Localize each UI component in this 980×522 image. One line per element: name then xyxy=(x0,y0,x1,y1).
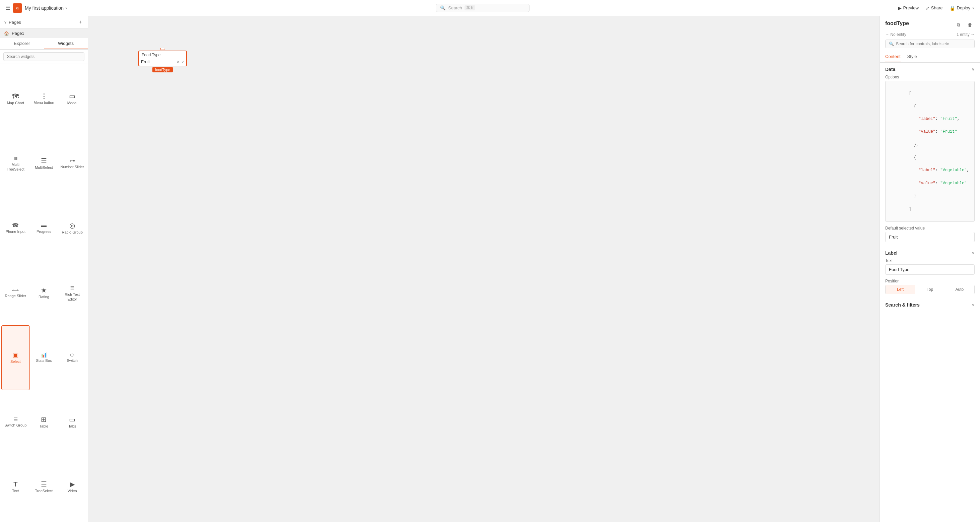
widget-item-map-chart[interactable]: 🗺 Map Chart xyxy=(2,67,30,131)
hamburger-icon[interactable]: ☰ xyxy=(5,5,10,11)
widget-search-container xyxy=(0,49,88,64)
label-text-label: Text xyxy=(885,258,975,263)
select-icon: ▣ xyxy=(13,352,19,358)
panel-search-filters-section: Search & filters ∨ xyxy=(880,298,980,310)
widget-item-switch[interactable]: ⬭ Switch xyxy=(58,325,86,390)
pages-header: ∨ Pages + xyxy=(0,16,88,29)
preview-button[interactable]: ▶ Preview xyxy=(898,5,919,11)
widget-item-video[interactable]: ▶ Video xyxy=(58,455,86,519)
widget-item-rating[interactable]: ★ Rating xyxy=(30,261,58,325)
search-filters-chevron: ∨ xyxy=(972,302,975,307)
share-button[interactable]: ⤢ Share xyxy=(925,5,943,11)
label-section-chevron: ∨ xyxy=(972,251,975,255)
search-filters-section-header[interactable]: Search & filters ∨ xyxy=(885,298,975,310)
app-name[interactable]: My first application ∨ xyxy=(25,5,68,11)
select-widget-input[interactable]: Fruit ✕ ∨ xyxy=(139,58,186,66)
widget-item-tabs[interactable]: ▭ Tabs xyxy=(58,390,86,455)
sidebar-tabs: Explorer Widgets xyxy=(0,38,88,49)
panel-search[interactable]: 🔍 xyxy=(885,40,975,48)
widget-name-badge: foodType xyxy=(153,67,173,72)
multi-treeselect-icon: ≋ xyxy=(13,156,18,161)
widget-item-menu-button[interactable]: ⋮ Menu button xyxy=(30,67,58,131)
panel-title: foodType xyxy=(885,21,909,27)
select-widget-label: Food Type xyxy=(139,51,186,58)
deploy-chevron-icon: ∨ xyxy=(972,6,975,10)
label-text-input[interactable] xyxy=(885,264,975,275)
search-shortcut: ⌘ K xyxy=(465,5,475,10)
stats-box-icon: 📊 xyxy=(41,352,47,357)
copy-button[interactable]: ⧉ xyxy=(954,20,963,29)
select-dropdown-icon[interactable]: ∨ xyxy=(181,60,184,64)
treeselect-icon: ☰ xyxy=(41,481,47,487)
label-section-header[interactable]: Label ∨ xyxy=(885,246,975,258)
deploy-button[interactable]: 🔒 Deploy ∨ xyxy=(950,5,975,11)
widget-item-multiselect[interactable]: ☰ MultiSelect xyxy=(30,131,58,196)
topbar: ☰ a My first application ∨ 🔍 Search ⌘ K … xyxy=(0,0,980,16)
widget-item-progress[interactable]: ▬ Progress xyxy=(30,196,58,261)
canvas-widget[interactable]: Food Type Fruit ✕ ∨ foodType xyxy=(138,48,187,72)
tab-explorer[interactable]: Explorer xyxy=(0,38,44,49)
chevron-down-icon: ∨ xyxy=(65,6,68,10)
app-logo: a xyxy=(13,3,22,13)
page1-item[interactable]: 🏠 Page1 xyxy=(0,29,88,38)
topbar-left: ☰ a My first application ∨ xyxy=(5,3,68,13)
options-code-block[interactable]: [ { "label": "Fruit", "value": "Fruit" }… xyxy=(885,81,975,222)
pages-title[interactable]: ∨ Pages xyxy=(4,20,21,25)
panel-search-input[interactable] xyxy=(896,41,971,46)
main: ∨ Pages + 🏠 Page1 Explorer Widgets 🗺 Map… xyxy=(0,16,980,522)
widget-top-handle xyxy=(138,48,187,51)
widget-item-treeselect[interactable]: ☰ TreeSelect xyxy=(30,455,58,519)
options-label: Options xyxy=(885,75,975,80)
default-value-label: Default selected value xyxy=(885,226,975,231)
widget-item-select[interactable]: ▣ Select xyxy=(2,325,30,390)
panel-entity-row: → No entity 1 entity → xyxy=(885,32,975,37)
tabs-icon: ▭ xyxy=(69,416,75,423)
select-current-value: Fruit xyxy=(141,59,175,64)
panel-data-section: Data ∨ Options [ { "label": "Fruit", "va… xyxy=(880,63,980,246)
lock-icon: 🔒 xyxy=(950,5,955,11)
position-auto-button[interactable]: Auto xyxy=(945,285,974,294)
tab-widgets[interactable]: Widgets xyxy=(44,38,88,49)
select-clear-icon[interactable]: ✕ xyxy=(177,60,180,64)
map-chart-icon: 🗺 xyxy=(12,93,19,100)
widget-item-rich-text-editor[interactable]: ≡ Rich Text Editor xyxy=(58,261,86,325)
widget-item-number-slider[interactable]: ⊶ Number Slider xyxy=(58,131,86,196)
widget-item-text[interactable]: T Text xyxy=(2,455,30,519)
tab-style[interactable]: Style xyxy=(907,51,917,62)
preview-icon: ▶ xyxy=(898,5,902,11)
widget-item-switch-group[interactable]: ☰ Switch Group xyxy=(2,390,30,455)
page1-label: Page1 xyxy=(12,31,24,36)
panel-icons: ⧉ 🗑 xyxy=(954,20,975,29)
position-label: Position xyxy=(885,279,975,283)
search-icon: 🔍 xyxy=(889,41,894,46)
search-bar[interactable]: 🔍 Search ⌘ K xyxy=(436,4,530,12)
widget-grid: 🗺 Map Chart ⋮ Menu button ▭ Modal ≋ Mult… xyxy=(0,64,88,522)
delete-button[interactable]: 🗑 xyxy=(965,20,975,29)
canvas[interactable]: Food Type Fruit ✕ ∨ foodType xyxy=(88,16,880,522)
data-section-chevron: ∨ xyxy=(972,67,975,72)
switch-group-icon: ☰ xyxy=(13,417,18,422)
select-widget[interactable]: Food Type Fruit ✕ ∨ xyxy=(138,51,187,66)
widget-item-range-slider[interactable]: ⟷ Range Slider xyxy=(2,261,30,325)
widget-item-radio-group[interactable]: ◎ Radio Group xyxy=(58,196,86,261)
search-widget-input[interactable] xyxy=(3,52,84,61)
default-value-input[interactable] xyxy=(885,232,975,242)
data-section-title: Data xyxy=(885,67,895,72)
position-left-button[interactable]: Left xyxy=(886,285,915,294)
widget-item-stats-box[interactable]: 📊 Stats Box xyxy=(30,325,58,390)
range-slider-icon: ⟷ xyxy=(12,288,19,293)
rating-icon: ★ xyxy=(41,287,47,293)
widget-item-modal[interactable]: ▭ Modal xyxy=(58,67,86,131)
position-top-button[interactable]: Top xyxy=(915,285,945,294)
chevron-down-icon: ∨ xyxy=(4,20,7,24)
video-icon: ▶ xyxy=(70,481,75,487)
tab-content[interactable]: Content xyxy=(885,51,900,62)
widget-item-phone-input[interactable]: ☎ Phone Input xyxy=(2,196,30,261)
topbar-right: ▶ Preview ⤢ Share 🔒 Deploy ∨ xyxy=(898,5,975,11)
data-section-header[interactable]: Data ∨ xyxy=(885,63,975,75)
widget-item-table[interactable]: ⊞ Table xyxy=(30,390,58,455)
add-page-button[interactable]: + xyxy=(77,19,84,25)
topbar-center: 🔍 Search ⌘ K xyxy=(72,4,894,12)
widget-item-multi-treeselect[interactable]: ≋ Multi TreeSelect xyxy=(2,131,30,196)
menu-button-icon: ⋮ xyxy=(41,93,47,99)
